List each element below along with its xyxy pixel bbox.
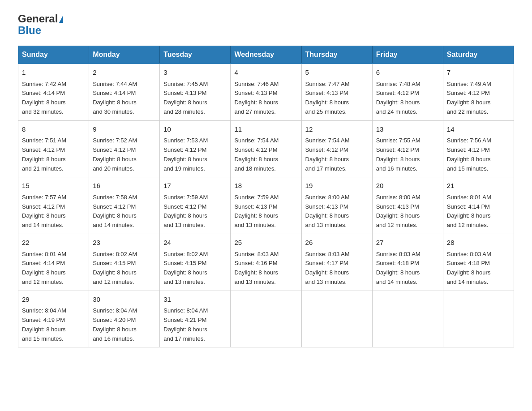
day-info: Sunrise: 8:00 AMSunset: 4:13 PMDaylight:…	[376, 193, 439, 230]
day-number: 1	[22, 68, 85, 78]
day-number: 30	[93, 295, 156, 305]
calendar-cell: 4Sunrise: 7:46 AMSunset: 4:13 PMDaylight…	[231, 64, 301, 120]
day-info: Sunrise: 7:53 AMSunset: 4:12 PMDaylight:…	[163, 136, 227, 173]
calendar-cell: 31Sunrise: 8:04 AMSunset: 4:21 PMDayligh…	[160, 291, 231, 347]
day-number: 16	[93, 181, 156, 191]
week-row-1: 1Sunrise: 7:42 AMSunset: 4:14 PMDaylight…	[18, 64, 514, 120]
header-sunday: Sunday	[18, 46, 89, 64]
calendar-cell: 12Sunrise: 7:54 AMSunset: 4:12 PMDayligh…	[301, 120, 372, 177]
day-info: Sunrise: 7:55 AMSunset: 4:12 PMDaylight:…	[376, 136, 439, 173]
day-number: 22	[22, 238, 85, 248]
day-number: 2	[93, 68, 156, 78]
header-saturday: Saturday	[443, 46, 514, 64]
day-info: Sunrise: 7:47 AMSunset: 4:13 PMDaylight:…	[305, 80, 369, 117]
calendar-cell: 8Sunrise: 7:51 AMSunset: 4:12 PMDaylight…	[18, 120, 89, 177]
header-friday: Friday	[372, 46, 443, 64]
day-number: 19	[305, 181, 369, 191]
calendar-cell	[443, 291, 514, 347]
day-info: Sunrise: 8:04 AMSunset: 4:19 PMDaylight:…	[22, 306, 85, 343]
logo-arrow-icon	[59, 15, 63, 23]
calendar-body: 1Sunrise: 7:42 AMSunset: 4:14 PMDaylight…	[18, 64, 514, 347]
calendar-cell: 29Sunrise: 8:04 AMSunset: 4:19 PMDayligh…	[18, 291, 89, 347]
calendar-cell: 5Sunrise: 7:47 AMSunset: 4:13 PMDaylight…	[301, 64, 372, 120]
logo-blue-text: Blue	[18, 24, 41, 36]
week-row-3: 15Sunrise: 7:57 AMSunset: 4:12 PMDayligh…	[18, 177, 514, 234]
header-tuesday: Tuesday	[160, 46, 231, 64]
day-number: 9	[93, 124, 156, 135]
logo: General Blue	[18, 13, 64, 37]
calendar-cell: 6Sunrise: 7:48 AMSunset: 4:12 PMDaylight…	[372, 64, 443, 120]
day-info: Sunrise: 7:57 AMSunset: 4:12 PMDaylight:…	[22, 193, 85, 230]
day-info: Sunrise: 7:58 AMSunset: 4:12 PMDaylight:…	[93, 193, 156, 230]
calendar-cell: 24Sunrise: 8:02 AMSunset: 4:15 PMDayligh…	[160, 234, 231, 291]
calendar-cell	[372, 291, 443, 347]
calendar-cell: 21Sunrise: 8:01 AMSunset: 4:14 PMDayligh…	[443, 177, 514, 234]
day-number: 3	[163, 68, 227, 78]
day-number: 25	[234, 238, 297, 248]
calendar-cell: 16Sunrise: 7:58 AMSunset: 4:12 PMDayligh…	[89, 177, 160, 234]
day-number: 24	[163, 238, 227, 248]
header: General Blue	[18, 13, 514, 37]
logo-row: General	[18, 13, 64, 24]
day-info: Sunrise: 7:42 AMSunset: 4:14 PMDaylight:…	[22, 80, 85, 117]
day-number: 7	[447, 68, 510, 78]
day-number: 29	[22, 295, 85, 305]
day-info: Sunrise: 7:59 AMSunset: 4:13 PMDaylight:…	[234, 193, 297, 230]
day-number: 5	[305, 68, 369, 78]
day-info: Sunrise: 8:01 AMSunset: 4:14 PMDaylight:…	[22, 250, 85, 287]
day-info: Sunrise: 8:04 AMSunset: 4:21 PMDaylight:…	[163, 306, 227, 343]
header-thursday: Thursday	[301, 46, 372, 64]
week-row-4: 22Sunrise: 8:01 AMSunset: 4:14 PMDayligh…	[18, 234, 514, 291]
day-info: Sunrise: 7:59 AMSunset: 4:12 PMDaylight:…	[163, 193, 227, 230]
day-info: Sunrise: 7:49 AMSunset: 4:12 PMDaylight:…	[447, 80, 510, 117]
calendar-cell: 9Sunrise: 7:52 AMSunset: 4:12 PMDaylight…	[89, 120, 160, 177]
day-info: Sunrise: 7:52 AMSunset: 4:12 PMDaylight:…	[93, 136, 156, 173]
calendar-cell	[301, 291, 372, 347]
calendar-table: Sunday Monday Tuesday Wednesday Thursday…	[18, 46, 514, 347]
calendar-cell: 10Sunrise: 7:53 AMSunset: 4:12 PMDayligh…	[160, 120, 231, 177]
header-monday: Monday	[89, 46, 160, 64]
calendar-cell: 27Sunrise: 8:03 AMSunset: 4:18 PMDayligh…	[372, 234, 443, 291]
day-info: Sunrise: 8:04 AMSunset: 4:20 PMDaylight:…	[93, 306, 156, 343]
day-info: Sunrise: 8:03 AMSunset: 4:17 PMDaylight:…	[305, 250, 369, 287]
day-number: 27	[376, 238, 439, 248]
day-info: Sunrise: 7:44 AMSunset: 4:14 PMDaylight:…	[93, 80, 156, 117]
day-number: 6	[376, 68, 439, 78]
day-info: Sunrise: 7:46 AMSunset: 4:13 PMDaylight:…	[234, 80, 297, 117]
week-row-5: 29Sunrise: 8:04 AMSunset: 4:19 PMDayligh…	[18, 291, 514, 347]
day-number: 26	[305, 238, 369, 248]
day-info: Sunrise: 7:51 AMSunset: 4:12 PMDaylight:…	[22, 136, 85, 173]
calendar-cell: 17Sunrise: 7:59 AMSunset: 4:12 PMDayligh…	[160, 177, 231, 234]
day-number: 21	[447, 181, 510, 191]
calendar-cell: 20Sunrise: 8:00 AMSunset: 4:13 PMDayligh…	[372, 177, 443, 234]
calendar-cell: 1Sunrise: 7:42 AMSunset: 4:14 PMDaylight…	[18, 64, 89, 120]
logo-general-text: General	[18, 13, 58, 24]
day-number: 15	[22, 181, 85, 191]
day-number: 13	[376, 124, 439, 135]
calendar-cell	[231, 291, 301, 347]
logo-blue-row: Blue	[18, 24, 64, 37]
calendar-cell: 15Sunrise: 7:57 AMSunset: 4:12 PMDayligh…	[18, 177, 89, 234]
calendar-cell: 26Sunrise: 8:03 AMSunset: 4:17 PMDayligh…	[301, 234, 372, 291]
day-info: Sunrise: 7:54 AMSunset: 4:12 PMDaylight:…	[305, 136, 369, 173]
day-info: Sunrise: 7:48 AMSunset: 4:12 PMDaylight:…	[376, 80, 439, 117]
header-row: Sunday Monday Tuesday Wednesday Thursday…	[18, 46, 514, 64]
day-info: Sunrise: 8:01 AMSunset: 4:14 PMDaylight:…	[447, 193, 510, 230]
calendar-cell: 25Sunrise: 8:03 AMSunset: 4:16 PMDayligh…	[231, 234, 301, 291]
day-number: 8	[22, 124, 85, 135]
calendar-cell: 28Sunrise: 8:03 AMSunset: 4:18 PMDayligh…	[443, 234, 514, 291]
day-info: Sunrise: 7:54 AMSunset: 4:12 PMDaylight:…	[234, 136, 297, 173]
calendar-cell: 3Sunrise: 7:45 AMSunset: 4:13 PMDaylight…	[160, 64, 231, 120]
day-number: 11	[234, 124, 297, 135]
day-info: Sunrise: 8:03 AMSunset: 4:16 PMDaylight:…	[234, 250, 297, 287]
calendar-cell: 22Sunrise: 8:01 AMSunset: 4:14 PMDayligh…	[18, 234, 89, 291]
day-number: 18	[234, 181, 297, 191]
day-info: Sunrise: 8:03 AMSunset: 4:18 PMDaylight:…	[447, 250, 510, 287]
calendar-cell: 18Sunrise: 7:59 AMSunset: 4:13 PMDayligh…	[231, 177, 301, 234]
calendar-cell: 13Sunrise: 7:55 AMSunset: 4:12 PMDayligh…	[372, 120, 443, 177]
calendar-cell: 2Sunrise: 7:44 AMSunset: 4:14 PMDaylight…	[89, 64, 160, 120]
day-info: Sunrise: 8:03 AMSunset: 4:18 PMDaylight:…	[376, 250, 439, 287]
day-number: 12	[305, 124, 369, 135]
calendar-cell: 23Sunrise: 8:02 AMSunset: 4:15 PMDayligh…	[89, 234, 160, 291]
day-info: Sunrise: 7:56 AMSunset: 4:12 PMDaylight:…	[447, 136, 510, 173]
